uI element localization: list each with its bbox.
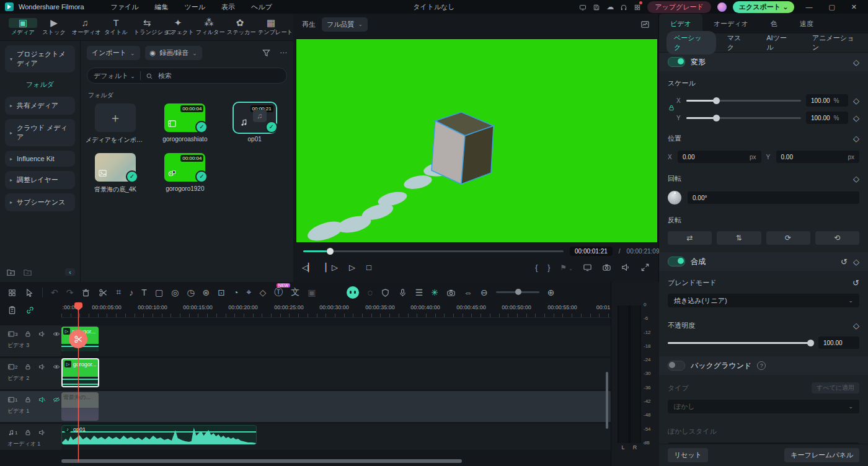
speed-ramp-icon[interactable]: ◷ [187, 288, 194, 297]
scale-x-slider[interactable] [686, 100, 801, 102]
mark-out-button[interactable]: } [547, 263, 550, 272]
sidebar-item-project-media[interactable]: ▾プロジェクトメディア [5, 45, 75, 73]
stop-button[interactable]: □ [366, 263, 371, 272]
scale-y-keyframe-icon[interactable]: ◇ [853, 113, 859, 123]
menu-help[interactable]: ヘルプ [243, 2, 280, 12]
timeline-zoom-slider[interactable] [496, 291, 539, 293]
rotation-dial[interactable] [668, 191, 681, 204]
position-keyframe-icon[interactable]: ◇ [853, 134, 859, 143]
fullscreen-button[interactable] [640, 263, 650, 272]
sidebar-item-subsequence[interactable]: ▸サブシーケンス [5, 193, 75, 211]
compositing-reset-icon[interactable]: ↺ [841, 257, 848, 266]
snapshot-button[interactable] [602, 263, 611, 272]
opacity-field[interactable]: 100.00 [818, 336, 859, 349]
stabilize-icon[interactable]: ▣ [308, 288, 316, 297]
apps-grid-icon[interactable] [634, 2, 641, 11]
opacity-slider[interactable] [668, 342, 813, 344]
split-at-playhead-button[interactable] [69, 330, 87, 348]
mark-in-button[interactable]: { [535, 263, 538, 272]
zoom-slider-handle[interactable] [515, 289, 521, 295]
scrollbar-thumb[interactable] [61, 459, 462, 463]
playhead-line[interactable] [78, 302, 79, 462]
delete-icon[interactable] [81, 287, 91, 297]
delete-folder-icon[interactable] [23, 268, 32, 277]
tab-templates[interactable]: ▦テンプレート [257, 18, 285, 37]
mask-shield-icon[interactable] [381, 287, 390, 297]
text-to-speech-icon[interactable]: ⓉNEW [274, 287, 283, 298]
mirror-screen-button[interactable] [583, 263, 592, 272]
sidebar-item-adjustment-layer[interactable]: ▸調整レイヤー [5, 171, 75, 189]
transform-keyframe-icon[interactable]: ◇ [853, 58, 859, 67]
seek-handle[interactable] [327, 248, 334, 255]
tab-audio[interactable]: ♫オーディオ [71, 18, 99, 37]
export-button[interactable]: エクスポート ⌄ [733, 1, 795, 13]
portrait-cutout-icon[interactable]: ⊡ [218, 288, 225, 297]
sidebar-item-cloud-media[interactable]: ▸クラウド メディア [5, 119, 75, 146]
position-x-field[interactable]: 0.00px [678, 151, 761, 163]
timer-icon[interactable]: ◔ [233, 288, 238, 297]
mute-track-icon-active[interactable] [38, 395, 46, 403]
keyframe-tool-icon[interactable]: ◇ [259, 288, 266, 297]
rotate-cw-button[interactable]: ⟳ [766, 231, 810, 245]
preview-volume-button[interactable] [621, 263, 631, 272]
hide-track-icon-active[interactable] [53, 395, 60, 403]
menu-tools[interactable]: ツール [177, 2, 214, 12]
clip-video-1-hidden[interactable]: 背景海の... [61, 392, 99, 421]
reset-button[interactable]: リセット [668, 448, 708, 462]
background-toggle[interactable] [668, 361, 685, 371]
minimize-button[interactable]: — [800, 3, 817, 11]
subtab-basic[interactable]: ベーシック [666, 31, 716, 55]
transform-toggle[interactable] [668, 57, 685, 67]
rotate-ccw-button[interactable]: ⟲ [815, 231, 859, 245]
scale-y-field[interactable]: 100.00% [806, 112, 848, 124]
color-palette-icon[interactable]: ⊛ [203, 288, 210, 297]
opacity-keyframe-icon[interactable]: ◇ [853, 321, 859, 330]
subtab-mask[interactable]: マスク [720, 31, 756, 55]
media-item-op01[interactable]: 00:00:21 ♫ ✓ op01 [225, 103, 285, 144]
blend-reset-icon[interactable]: ↺ [852, 278, 859, 288]
tab-stock[interactable]: ▶ストック [40, 18, 68, 37]
clip-video-2-selected[interactable]: ▷gorogor... [61, 358, 99, 387]
compositing-toggle[interactable] [668, 257, 685, 266]
display-settings-icon[interactable] [579, 2, 587, 11]
screen-record-icon[interactable] [446, 287, 456, 297]
undo-icon[interactable]: ↶ [51, 288, 58, 297]
rotate-keyframe-icon[interactable]: ◇ [853, 174, 859, 183]
seek-slider[interactable] [303, 250, 564, 252]
next-frame-button[interactable]: ▏▷ [326, 263, 338, 272]
lock-track-icon[interactable] [24, 329, 32, 338]
translate-icon[interactable]: 文 [291, 287, 299, 298]
timeline-ruler[interactable]: :00:00 00:00:05:00 00:00:10:00 00:00:15:… [61, 302, 611, 318]
tab-titles[interactable]: Tタイトル [102, 18, 130, 37]
compositing-keyframe-icon[interactable]: ◇ [853, 257, 859, 266]
sidebar-item-influence-kit[interactable]: ▸Influence Kit [5, 151, 75, 167]
play-button[interactable]: ▷ [349, 263, 355, 272]
zoom-in-icon[interactable]: ⊕ [547, 288, 555, 297]
sidebar-item-folder[interactable]: フォルダ [0, 80, 80, 89]
shapes-icon[interactable]: ▢ [155, 288, 163, 297]
lock-track-icon[interactable] [24, 428, 32, 436]
help-icon[interactable]: ? [757, 361, 766, 370]
crop-icon[interactable]: ⌗ [116, 287, 121, 297]
freeze-frame-icon[interactable]: ⌖ [247, 287, 252, 297]
rotation-field[interactable]: 0.00° [688, 191, 859, 204]
import-dropdown[interactable]: インポート⌄ [87, 46, 140, 60]
opacity-handle[interactable] [807, 340, 814, 346]
ai-assistant-icon[interactable] [347, 286, 359, 299]
flip-vertical-button[interactable]: ⇅ [717, 231, 761, 245]
tab-stickers[interactable]: ✿ステッカー [226, 18, 254, 37]
video-scope-icon[interactable] [640, 20, 650, 29]
flip-horizontal-button[interactable]: ⇄ [668, 231, 712, 245]
adjustment-list-icon[interactable]: ☰ [415, 288, 423, 297]
select-tool-icon[interactable] [25, 287, 34, 297]
menu-view[interactable]: 表示 [213, 2, 243, 12]
import-media-tile[interactable]: ＋ メディアをインポート [86, 103, 145, 144]
beat-detection-icon[interactable]: ♪ [129, 288, 133, 297]
media-item-bg-sea-4k[interactable]: ✓ 背景海の底_4K [86, 153, 145, 194]
position-y-field[interactable]: 0.00px [776, 151, 860, 163]
record-dropdown[interactable]: ◉録画/録音⌄ [145, 46, 202, 60]
support-headset-icon[interactable] [620, 2, 627, 11]
tab-effects[interactable]: ✦エフェクト [164, 18, 192, 37]
voiceover-mic-icon[interactable] [398, 287, 407, 297]
timeline-horizontal-scrollbar[interactable] [61, 459, 611, 464]
